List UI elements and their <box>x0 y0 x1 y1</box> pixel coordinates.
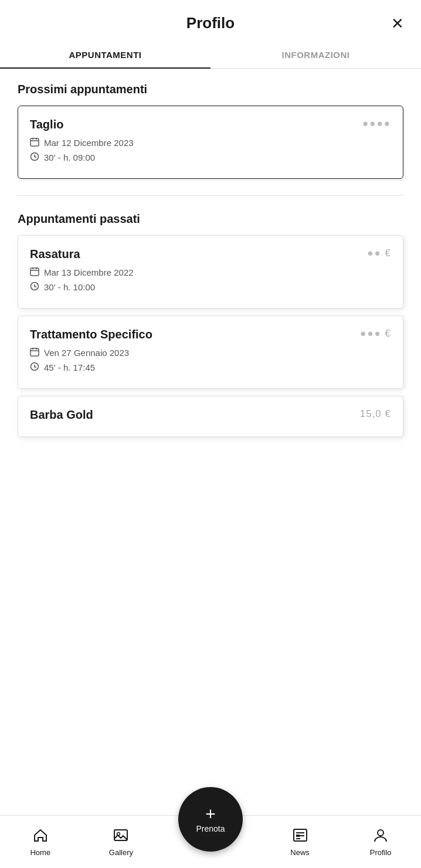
appointment-price: 15,0 € <box>360 408 391 420</box>
nav-news-label: News <box>290 848 310 857</box>
appointment-date-row: Mar 13 Dicembre 2022 <box>30 267 391 278</box>
section-divider <box>18 195 403 196</box>
appointment-name: Rasatura <box>30 247 80 261</box>
appointment-date-row: Mar 12 Dicembre 2023 <box>30 137 391 148</box>
tab-appuntamenti[interactable]: APPUNTAMENTI <box>0 42 210 68</box>
nav-profilo-label: Profilo <box>370 848 392 857</box>
appointment-time: 45' - h. 17:45 <box>44 362 95 372</box>
svg-rect-27 <box>296 835 300 837</box>
nav-home[interactable]: Home <box>17 822 64 862</box>
appointment-date: Ven 27 Gennaio 2023 <box>44 348 129 358</box>
appointment-date: Mar 13 Dicembre 2022 <box>44 267 134 277</box>
appointment-date: Mar 12 Dicembre 2023 <box>44 138 134 148</box>
appointment-time: 30' - h. 09:00 <box>44 152 95 162</box>
clock-icon <box>30 362 39 373</box>
header: Profilo ✕ <box>0 0 421 42</box>
tab-informazioni[interactable]: INFORMAZIONI <box>210 42 421 68</box>
appointment-price: ●●● € <box>360 328 391 340</box>
past-appointment-0[interactable]: Rasatura ●● € Mar 13 Dicembre 2022 30' -… <box>18 235 403 308</box>
svg-rect-14 <box>30 348 39 356</box>
calendar-icon <box>30 347 39 358</box>
svg-rect-7 <box>30 268 39 276</box>
svg-point-28 <box>378 830 383 836</box>
upcoming-section-title: Prossimi appuntamenti <box>18 83 403 96</box>
gallery-icon <box>113 827 129 846</box>
profilo-icon <box>372 827 389 846</box>
nav-gallery-label: Gallery <box>109 848 133 857</box>
nav-home-label: Home <box>30 848 50 857</box>
appointment-name: Taglio <box>30 118 63 131</box>
nav-news[interactable]: News <box>277 822 324 862</box>
appointment-time-row: 30' - h. 10:00 <box>30 282 391 293</box>
past-section-title: Appuntamenti passati <box>18 212 403 226</box>
appointment-name: Barba Gold <box>30 408 93 422</box>
appointment-date-row: Ven 27 Gennaio 2023 <box>30 347 391 358</box>
clock-icon <box>30 282 39 293</box>
fab-plus-icon: + <box>205 805 216 823</box>
nav-gallery[interactable]: Gallery <box>97 822 144 862</box>
close-button[interactable]: ✕ <box>386 12 409 35</box>
calendar-icon <box>30 137 39 148</box>
past-appointment-1[interactable]: Trattamento Specifico ●●● € Ven 27 Genna… <box>18 316 403 389</box>
appointment-time-row: 30' - h. 09:00 <box>30 152 391 163</box>
home-icon <box>32 827 49 846</box>
appointment-time-row: 45' - h. 17:45 <box>30 362 391 373</box>
prenota-fab[interactable]: + Prenota <box>178 787 243 852</box>
main-content: Prossimi appuntamenti Taglio ●●●● Mar 12… <box>0 69 421 507</box>
nav-profilo[interactable]: Profilo <box>357 822 404 862</box>
appointment-name: Trattamento Specifico <box>30 328 152 341</box>
appointment-time: 30' - h. 10:00 <box>44 282 95 292</box>
upcoming-appointment-0[interactable]: Taglio ●●●● Mar 12 Dicembre 2023 30' - h… <box>18 106 403 179</box>
svg-rect-21 <box>114 830 127 840</box>
appointment-price: ●● € <box>367 247 391 259</box>
calendar-icon <box>30 267 39 278</box>
page-title: Profilo <box>186 14 235 32</box>
appointment-price: ●●●● <box>362 118 391 130</box>
news-icon <box>292 827 308 846</box>
svg-rect-0 <box>30 138 39 146</box>
fab-label: Prenota <box>196 824 225 833</box>
clock-icon <box>30 152 39 163</box>
tabs: APPUNTAMENTI INFORMAZIONI <box>0 42 421 69</box>
past-appointment-2[interactable]: Barba Gold 15,0 € <box>18 396 403 437</box>
